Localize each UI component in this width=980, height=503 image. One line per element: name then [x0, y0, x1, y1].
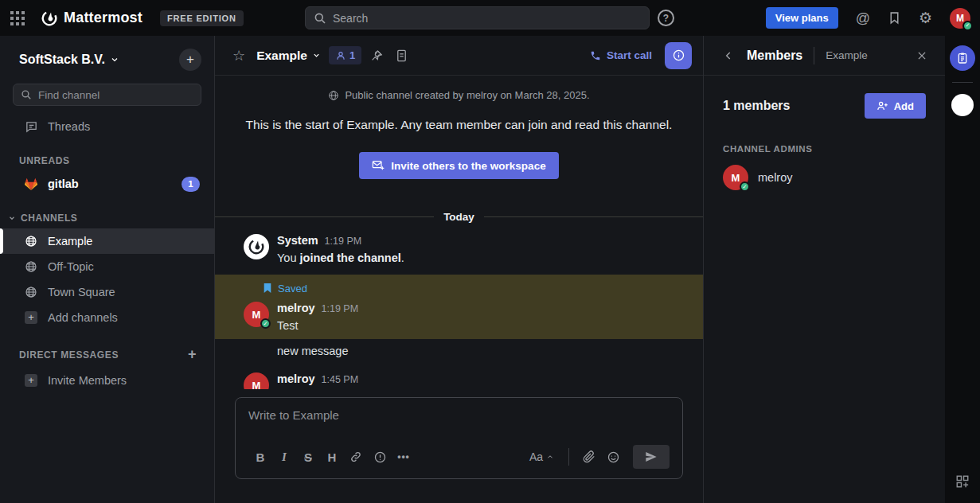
exclamation-circle-icon — [373, 450, 387, 464]
topbar-right: View plans @ ⚙ M ✓ — [766, 0, 970, 36]
view-plans-button[interactable]: View plans — [766, 7, 838, 29]
message-author[interactable]: melroy — [277, 372, 315, 385]
melroy-avatar[interactable]: M ✓ — [244, 302, 269, 327]
melroy-avatar[interactable]: M ✓ — [244, 372, 269, 389]
product-switcher-icon[interactable] — [10, 11, 25, 25]
plus-box-icon: + — [24, 374, 38, 387]
toggle-formatting-button[interactable]: Aa — [523, 450, 560, 463]
sidebar-item-gitlab[interactable]: gitlab 1 — [0, 171, 214, 197]
add-direct-message-button[interactable]: + — [188, 346, 201, 363]
panel-subtitle: Example — [826, 49, 913, 61]
message-author: System — [277, 234, 318, 247]
emoji-button[interactable] — [601, 445, 625, 469]
find-channel-input[interactable] — [38, 89, 193, 101]
close-icon[interactable] — [913, 47, 931, 64]
marketplace-apps-icon[interactable] — [955, 474, 970, 489]
phone-icon — [590, 50, 601, 61]
message-system[interactable]: System 1:19 PM You joined the channel. — [215, 229, 703, 268]
mattermost-app: Mattermost FREE EDITION Search ? View pl… — [0, 0, 980, 503]
add-members-button[interactable]: Add — [865, 93, 926, 119]
center-channel: ☆ Example 1 Start call — [215, 36, 703, 503]
file-icon[interactable] — [392, 45, 412, 66]
composer-box: Write to Example B I S H ••• — [235, 397, 683, 479]
sidebar-item-off-topic[interactable]: Off-Topic — [0, 254, 214, 279]
message-melroy-link[interactable]: M ✓ melroy 1:45 PM https://google.com — [215, 368, 703, 389]
strikethrough-button[interactable]: S — [296, 445, 320, 469]
settings-gear-icon[interactable]: ⚙ — [919, 10, 932, 25]
back-button[interactable] — [720, 47, 737, 64]
channels-header-toggle[interactable]: CHANNELS — [19, 213, 77, 224]
member-count-label: 1 members — [723, 99, 791, 113]
italic-button[interactable]: I — [272, 445, 296, 469]
message-input[interactable]: Write to Example — [248, 408, 670, 442]
sidebar-item-invite-members[interactable]: + Invite Members — [0, 368, 214, 393]
direct-messages-header: DIRECT MESSAGES — [19, 349, 119, 361]
member-count: 1 — [349, 49, 355, 61]
find-channel-box[interactable] — [13, 84, 201, 106]
saved-flag[interactable]: Saved — [215, 279, 703, 297]
team-menu-button[interactable]: SoftStack B.V. — [19, 53, 119, 67]
help-icon[interactable]: ? — [658, 10, 674, 26]
channel-intro-description: This is the start of Example. Any team m… — [215, 118, 703, 132]
bold-button[interactable]: B — [248, 445, 272, 469]
channel-info-rail-button[interactable] — [950, 45, 975, 71]
message-melroy-followup[interactable]: new message — [215, 339, 703, 360]
app-body: SoftStack B.V. + Threads UNREADS — [0, 36, 980, 503]
attachment-button[interactable] — [577, 445, 601, 469]
globe-icon — [24, 235, 38, 248]
online-status-icon: ✓ — [962, 21, 973, 31]
threads-label: Threads — [48, 120, 90, 133]
members-panel: Members Example 1 members Add CHANNEL AD… — [703, 36, 945, 503]
channel-name-dropdown[interactable]: Example — [256, 49, 321, 63]
mattermost-logo: Mattermost — [41, 10, 143, 27]
priority-button[interactable] — [368, 445, 392, 469]
pin-icon[interactable] — [366, 45, 387, 66]
sidebar-item-threads[interactable]: Threads — [0, 114, 214, 139]
sidebar-item-add-channels[interactable]: + Add channels — [0, 305, 214, 330]
favorite-star-icon[interactable]: ☆ — [229, 44, 248, 68]
heading-button[interactable]: H — [320, 445, 344, 469]
panel-title: Members — [747, 49, 802, 63]
add-channel-plus-button[interactable]: + — [179, 49, 201, 71]
message-author[interactable]: melroy — [277, 302, 315, 314]
chevron-down-icon — [8, 214, 16, 222]
message-text: You joined the channel. — [277, 249, 687, 267]
app-avatar-circle[interactable] — [951, 94, 974, 116]
message-timestamp: 1:45 PM — [322, 374, 359, 385]
channel-info-button[interactable] — [665, 42, 692, 69]
global-search[interactable]: Search — [305, 6, 650, 29]
channel-label: gitlab — [48, 177, 79, 190]
channel-header: ☆ Example 1 Start call — [215, 36, 703, 76]
avatar-initial: M — [732, 172, 740, 184]
member-row-melroy[interactable]: M ✓ melroy — [704, 160, 945, 195]
channel-intro-meta-text: Public channel created by melroy on Marc… — [345, 89, 589, 101]
global-header: Mattermost FREE EDITION Search ? View pl… — [0, 0, 980, 36]
send-button[interactable] — [633, 445, 670, 469]
start-call-button[interactable]: Start call — [590, 49, 652, 61]
user-avatar[interactable]: M ✓ — [950, 8, 970, 29]
mentions-icon[interactable]: @ — [856, 11, 870, 25]
product-name: Mattermost — [64, 10, 143, 26]
channel-name: Example — [256, 49, 307, 63]
message-composer: Write to Example B I S H ••• — [215, 389, 703, 503]
message-melroy-test[interactable]: M ✓ melroy 1:19 PM Test — [215, 297, 703, 339]
link-button[interactable] — [344, 445, 368, 469]
team-header: SoftStack B.V. + — [0, 36, 214, 79]
globe-icon — [24, 286, 38, 298]
info-icon — [672, 49, 685, 62]
plus-box-icon: + — [24, 311, 38, 324]
sidebar-item-town-square[interactable]: Town Square — [0, 279, 214, 305]
invite-others-button[interactable]: Invite others to the workspace — [359, 152, 558, 179]
avatar-initial: M — [252, 380, 261, 390]
channel-members-button[interactable]: 1 — [329, 46, 361, 64]
team-sidebar: SoftStack B.V. + Threads UNREADS — [0, 36, 215, 503]
more-formatting-button[interactable]: ••• — [392, 445, 416, 469]
message-list: Example Public channel created by melroy… — [215, 76, 703, 389]
envelope-plus-icon — [372, 160, 385, 171]
sidebar-item-example[interactable]: Example — [0, 228, 214, 254]
globe-icon — [328, 90, 339, 101]
search-icon — [314, 12, 326, 25]
saved-posts-icon[interactable] — [888, 11, 901, 25]
message-text: new message — [277, 339, 687, 360]
chevron-down-icon — [110, 55, 119, 64]
